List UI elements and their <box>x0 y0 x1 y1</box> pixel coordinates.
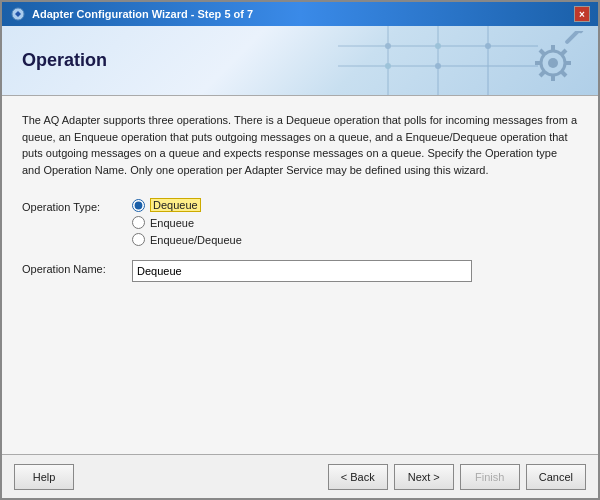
cancel-button[interactable]: Cancel <box>526 464 586 490</box>
radio-enqueue-dequeue-item: Enqueue/Dequeue <box>132 233 242 246</box>
radio-enqueue-dequeue[interactable] <box>132 233 145 246</box>
finish-button: Finish <box>460 464 520 490</box>
radio-enqueue-dequeue-label[interactable]: Enqueue/Dequeue <box>150 234 242 246</box>
svg-line-18 <box>562 72 566 76</box>
close-button[interactable]: × <box>574 6 590 22</box>
svg-point-7 <box>435 63 441 69</box>
wizard-window: Adapter Configuration Wizard - Step 5 of… <box>0 0 600 500</box>
main-content: The AQ Adapter supports three operations… <box>2 96 598 454</box>
svg-line-17 <box>540 50 544 54</box>
next-button[interactable]: Next > <box>394 464 454 490</box>
footer-left: Help <box>14 464 74 490</box>
operation-type-label: Operation Type: <box>22 198 132 213</box>
operation-name-row: Operation Name: <box>22 260 578 282</box>
gear-icon <box>518 31 588 96</box>
radio-enqueue[interactable] <box>132 216 145 229</box>
header-banner: Operation <box>2 26 598 96</box>
description-text: The AQ Adapter supports three operations… <box>22 112 578 178</box>
svg-point-12 <box>548 58 558 68</box>
svg-rect-21 <box>564 31 581 45</box>
help-button[interactable]: Help <box>14 464 74 490</box>
operation-type-row: Operation Type: Dequeue Enqueue Enqueue/… <box>22 198 578 246</box>
svg-point-9 <box>385 63 391 69</box>
radio-dequeue-item: Dequeue <box>132 198 242 212</box>
circuit-decoration <box>338 26 538 96</box>
window-icon <box>10 6 26 22</box>
back-button[interactable]: < Back <box>328 464 388 490</box>
footer: Help < Back Next > Finish Cancel <box>2 454 598 498</box>
radio-dequeue[interactable] <box>132 199 145 212</box>
title-bar: Adapter Configuration Wizard - Step 5 of… <box>2 2 598 26</box>
radio-enqueue-label[interactable]: Enqueue <box>150 217 194 229</box>
svg-point-8 <box>485 43 491 49</box>
svg-line-20 <box>540 72 544 76</box>
header-title: Operation <box>22 50 107 71</box>
window-title: Adapter Configuration Wizard - Step 5 of… <box>32 8 253 20</box>
operation-name-label: Operation Name: <box>22 260 132 275</box>
radio-dequeue-label[interactable]: Dequeue <box>150 198 201 212</box>
operation-type-radio-group: Dequeue Enqueue Enqueue/Dequeue <box>132 198 242 246</box>
operation-name-input[interactable] <box>132 260 472 282</box>
svg-line-19 <box>562 50 566 54</box>
footer-right: < Back Next > Finish Cancel <box>328 464 586 490</box>
svg-point-6 <box>385 43 391 49</box>
svg-point-10 <box>435 43 441 49</box>
radio-enqueue-item: Enqueue <box>132 216 242 229</box>
title-bar-left: Adapter Configuration Wizard - Step 5 of… <box>10 6 253 22</box>
